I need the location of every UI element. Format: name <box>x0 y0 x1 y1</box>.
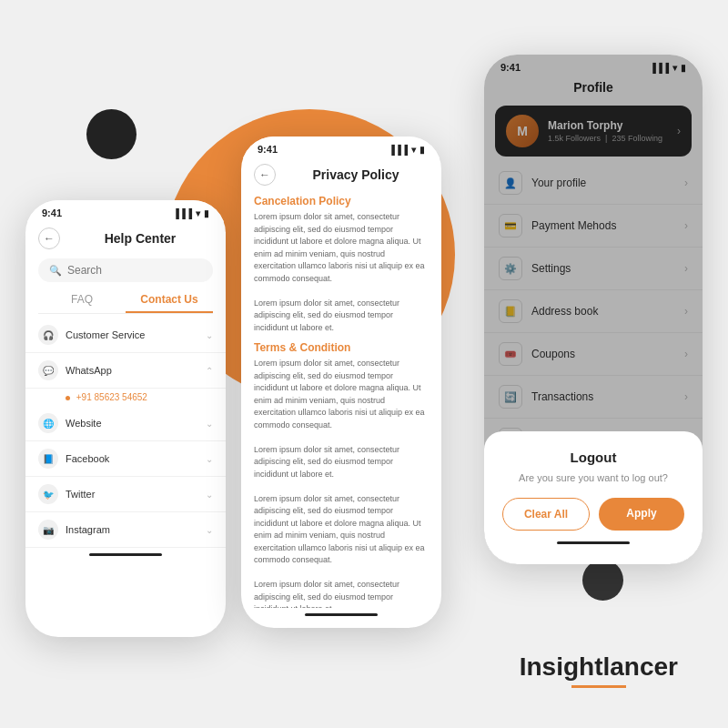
clear-all-button[interactable]: Clear All <box>502 498 590 531</box>
menu-item-whatsapp[interactable]: 💬 WhatsApp ⌃ <box>25 353 226 389</box>
status-time-2: 9:41 <box>258 144 278 155</box>
menu-item-facebook[interactable]: 📘 Facebook ⌄ <box>25 441 226 477</box>
brand: Insightlancer <box>520 652 678 688</box>
brand-name: Insightlancer <box>520 652 678 682</box>
facebook-icon: 📘 <box>38 449 58 469</box>
tab-faq[interactable]: FAQ <box>38 288 126 313</box>
status-bar-1: 9:41 ▐▐▐ ▾ ▮ <box>25 200 226 222</box>
menu-item-instagram[interactable]: 📷 Instagram ⌄ <box>25 512 226 548</box>
home-indicator-2 <box>305 613 378 616</box>
status-icons-2: ▐▐▐ ▾ ▮ <box>389 145 425 155</box>
policy-heading-2: Terms & Condition <box>254 341 429 354</box>
back-button-2[interactable]: ← <box>254 164 276 186</box>
search-icon-1: 🔍 <box>49 265 62 277</box>
search-input-1[interactable] <box>67 264 202 277</box>
search-bar-1[interactable]: 🔍 <box>38 258 213 282</box>
chevron-icon-ig: ⌄ <box>206 525 213 535</box>
whatsapp-icon: 💬 <box>38 360 58 380</box>
screen-title-1: Help Center <box>67 231 213 246</box>
chevron-icon-fb: ⌄ <box>206 454 213 464</box>
instagram-icon: 📷 <box>38 520 58 540</box>
whatsapp-number: +91 85623 54652 <box>25 389 226 406</box>
bg-black-circle-bottom <box>582 560 623 601</box>
logout-modal: Logout Are you sure you want to log out?… <box>484 431 703 564</box>
website-icon: 🌐 <box>38 413 58 433</box>
status-icons-1: ▐▐▐ ▾ ▮ <box>173 208 209 218</box>
chevron-icon: ⌄ <box>206 330 213 340</box>
menu-item-customer-service[interactable]: 🎧 Customer Service ⌄ <box>25 318 226 353</box>
back-bar-2: ← Privacy Policy <box>241 158 441 189</box>
logout-buttons: Clear All Apply <box>502 498 684 531</box>
bg-black-circle-top <box>86 109 136 159</box>
chevron-icon-web: ⌄ <box>206 419 213 429</box>
back-button-1[interactable]: ← <box>38 228 60 249</box>
home-indicator-1 <box>89 553 162 556</box>
screen-title-2: Privacy Policy <box>283 167 429 182</box>
logout-title: Logout <box>502 450 684 465</box>
policy-text-2: Lorem ipsum dolor sit amet, consectetur … <box>254 358 429 608</box>
phone-privacy-policy: 9:41 ▐▐▐ ▾ ▮ ← Privacy Policy Cancelatio… <box>241 136 441 628</box>
back-bar-1: ← Help Center <box>25 222 226 253</box>
apply-button[interactable]: Apply <box>599 498 684 531</box>
customer-service-icon: 🎧 <box>38 325 58 345</box>
dot-icon <box>66 396 70 400</box>
policy-heading-1: Cancelation Policy <box>254 195 429 207</box>
phone-help-center: 9:41 ▐▐▐ ▾ ▮ ← Help Center 🔍 FAQ Contact… <box>25 200 226 637</box>
menu-item-twitter[interactable]: 🐦 Twitter ⌄ <box>25 477 226 512</box>
home-indicator-3 <box>557 541 630 544</box>
menu-item-website[interactable]: 🌐 Website ⌄ <box>25 406 226 441</box>
menu-list-1: 🎧 Customer Service ⌄ 💬 WhatsApp ⌃ +91 85… <box>25 318 226 548</box>
phone-profile: 9:41 ▐▐▐ ▾ ▮ Profile M Marion Torphy 1.5… <box>484 55 703 564</box>
status-bar-2: 9:41 ▐▐▐ ▾ ▮ <box>241 136 441 158</box>
twitter-icon: 🐦 <box>38 484 58 504</box>
policy-content: Cancelation Policy Lorem ipsum dolor sit… <box>241 189 441 608</box>
brand-underline <box>571 685 626 688</box>
tab-contact-us[interactable]: Contact Us <box>126 288 213 313</box>
tab-row-1: FAQ Contact Us <box>38 288 213 314</box>
status-time-1: 9:41 <box>42 207 62 218</box>
chevron-icon-wa: ⌃ <box>206 366 213 376</box>
logout-modal-overlay: Logout Are you sure you want to log out?… <box>484 55 703 564</box>
logout-subtitle: Are you sure you want to log out? <box>502 472 684 483</box>
chevron-icon-tw: ⌄ <box>206 490 213 500</box>
policy-text-1: Lorem ipsum dolor sit amet, consectetur … <box>254 211 429 334</box>
